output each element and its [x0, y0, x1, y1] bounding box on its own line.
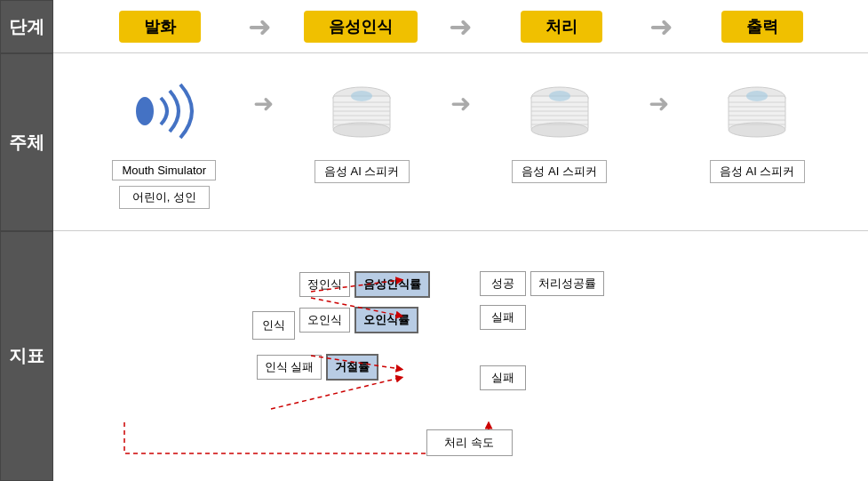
- fail-box-1: 실패: [480, 305, 526, 330]
- svg-point-30: [746, 91, 768, 101]
- speaker-label-2: 음성 AI 스피커: [512, 160, 607, 183]
- recognition-sub-items: 정인식 음성인식률 오인식 오인식률: [299, 271, 430, 333]
- main-layout: 단계 발화 ➜ 음성인식 ➜ 처리 ➜ 출력 주체: [0, 0, 868, 481]
- stage-box-speech: 발화: [119, 11, 201, 43]
- stage-cell-speech: 발화: [62, 11, 257, 43]
- subject-label: 주체: [0, 53, 53, 231]
- svg-line-34: [271, 378, 400, 409]
- subject-cell-speaker2: 음성 AI 스피커: [458, 62, 662, 183]
- svg-point-20: [549, 91, 570, 101]
- correct-recognition-box: 정인식: [299, 272, 350, 297]
- metrics-row: 인식 정인식 음성인식률 오인식 오인식률 인식 실패: [53, 231, 868, 481]
- svg-point-0: [136, 97, 154, 125]
- stage-row: 발화 ➜ 음성인식 ➜ 처리 ➜ 출력: [53, 0, 868, 53]
- subject-row: Mouth Simulator 어린이, 성인 ➜: [53, 53, 868, 231]
- metrics-cell-recognition: 인식 정인식 음성인식률 오인식 오인식률 인식 실패: [252, 245, 480, 381]
- metrics-cell-results: 성공 처리성공률 실패 실패: [480, 245, 670, 390]
- stage-cell-recognition: 음성인식: [263, 11, 458, 43]
- wrong-rate-box: 오인식률: [354, 307, 418, 333]
- speaker-img-1: [313, 67, 410, 156]
- stage-cell-output: 출력: [665, 11, 859, 43]
- recognition-box: 인식: [252, 311, 295, 340]
- speaker-img-3: [708, 67, 806, 156]
- sound-icon: [107, 67, 222, 156]
- fail-recognition-box: 인식 실패: [257, 355, 323, 380]
- wrong-recognition-row: 오인식 오인식률: [299, 307, 430, 333]
- subject-cell-speaker1: 음성 AI 스피커: [260, 62, 465, 183]
- fail-row-1: 실패: [480, 305, 526, 330]
- subject-cell-speaker3: 음성 AI 스피커: [656, 62, 860, 183]
- stage-cell-processing: 처리: [464, 11, 658, 43]
- fail-row-2: 실패: [480, 365, 526, 390]
- recognition-rate-box: 음성인식률: [354, 271, 430, 298]
- stage-label: 단계: [0, 0, 53, 53]
- wrong-recognition-box: 오인식: [299, 308, 350, 333]
- fail-box-2: 실패: [480, 365, 526, 390]
- fail-recognition-row: 인식 실패 거절률: [257, 354, 379, 381]
- speaker-img-2: [511, 67, 609, 156]
- stage-box-output: 출력: [721, 11, 803, 43]
- metrics-label: 지표: [0, 231, 53, 481]
- processing-speed-box: 처리 속도: [426, 429, 513, 456]
- reject-rate-box: 거절률: [326, 354, 378, 381]
- mouth-simulator-label: Mouth Simulator: [112, 160, 216, 180]
- user-types-label: 어린이, 성인: [119, 186, 210, 209]
- speaker-label-1: 음성 AI 스피커: [315, 160, 410, 183]
- process-success-rate-box: 처리성공률: [530, 271, 604, 296]
- success-box: 성공: [480, 271, 526, 296]
- speaker-label-3: 음성 AI 스피커: [710, 160, 805, 183]
- svg-point-10: [351, 91, 372, 101]
- stage-box-processing: 처리: [521, 11, 602, 43]
- success-row: 성공 처리성공률: [480, 271, 604, 296]
- subject-cell-mouth: Mouth Simulator 어린이, 성인: [62, 62, 267, 209]
- stage-box-recognition: 음성인식: [304, 11, 418, 43]
- recognition-tree: 인식 정인식 음성인식률 오인식 오인식률: [252, 258, 430, 340]
- correct-recognition-row: 정인식 음성인식률: [299, 271, 430, 298]
